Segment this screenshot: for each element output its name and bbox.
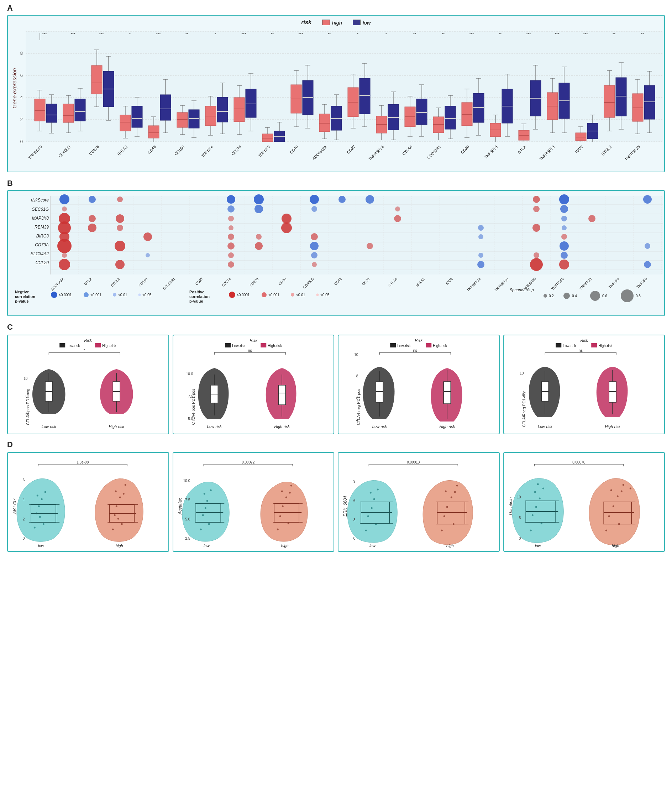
svg-text:2: 2	[23, 517, 25, 521]
svg-text:CD40LG: CD40LG	[58, 145, 72, 158]
svg-text:<0.0001: <0.0001	[237, 293, 250, 297]
svg-text:Gene expression: Gene expression	[11, 68, 18, 108]
svg-point-654	[441, 530, 443, 531]
svg-point-413	[477, 261, 484, 268]
svg-text:High-risk: High-risk	[605, 425, 621, 429]
svg-text:ns: ns	[413, 348, 417, 352]
panel-a: risk high low 0 2 4 6 8	[7, 15, 665, 172]
svg-rect-60	[132, 106, 142, 127]
svg-point-641	[370, 492, 371, 494]
violin-c1: Risk Low-risk High-risk *	[7, 335, 169, 434]
svg-text:CD28: CD28	[278, 277, 287, 286]
svg-text:BTNL2: BTNL2	[110, 277, 121, 287]
svg-rect-272	[616, 77, 627, 116]
panel-a-legend: risk high low	[11, 19, 661, 26]
svg-text:**: **	[271, 32, 274, 36]
svg-point-648	[446, 506, 448, 508]
svg-text:Low-risk: Low-risk	[397, 344, 411, 348]
svg-point-688	[621, 491, 622, 492]
svg-text:High-risk: High-risk	[433, 344, 447, 348]
svg-point-579	[116, 505, 117, 507]
svg-rect-34	[75, 99, 85, 121]
svg-text:CD70: CD70	[289, 145, 299, 154]
svg-rect-266	[604, 85, 615, 117]
svg-text:**: **	[641, 32, 644, 36]
svg-rect-494	[225, 343, 231, 347]
svg-point-580	[119, 497, 121, 499]
svg-text:High-risk: High-risk	[440, 425, 455, 429]
svg-point-444	[84, 292, 88, 297]
svg-text:0.2: 0.2	[549, 294, 554, 298]
svg-point-606	[208, 523, 210, 525]
svg-point-362	[117, 196, 123, 202]
svg-point-586	[112, 529, 114, 531]
violin-d1-svg: 1.8e-08	[8, 453, 168, 552]
svg-point-587	[125, 484, 126, 486]
svg-point-621	[290, 485, 292, 487]
svg-point-459	[317, 294, 319, 296]
svg-rect-67	[148, 125, 159, 138]
svg-text:High-risk: High-risk	[268, 344, 282, 348]
svg-rect-519	[426, 343, 431, 347]
svg-text:low: low	[370, 544, 376, 548]
svg-point-570	[43, 523, 45, 525]
svg-point-583	[117, 518, 119, 520]
svg-text:***: ***	[299, 32, 304, 36]
svg-point-639	[367, 515, 369, 517]
svg-text:9: 9	[354, 479, 355, 483]
svg-text:CD200R1: CD200R1	[426, 145, 442, 160]
svg-point-403	[146, 253, 150, 257]
svg-text:High-risk: High-risk	[274, 425, 290, 429]
svg-text:TNFRSF14: TNFRSF14	[466, 277, 482, 292]
panel-b: riskScore SEC61G MAP3K8 RBM39 BIRC3 CD79…	[7, 190, 665, 316]
svg-text:0: 0	[23, 537, 25, 540]
svg-text:High-risk: High-risk	[109, 425, 125, 429]
svg-text:10.0: 10.0	[186, 372, 193, 376]
svg-text:TNFSF9: TNFSF9	[636, 277, 648, 289]
panel-d-label: D	[7, 440, 13, 449]
svg-point-607	[203, 493, 205, 495]
svg-text:***: ***	[99, 32, 104, 36]
svg-point-359	[365, 195, 374, 204]
svg-point-401	[645, 243, 650, 249]
svg-text:CD27: CD27	[346, 145, 356, 154]
svg-text:0.00072: 0.00072	[242, 460, 255, 464]
svg-text:0.6: 0.6	[602, 294, 607, 298]
legend-low-label: low	[363, 19, 371, 26]
svg-text:CD276: CD276	[88, 145, 100, 156]
svg-point-412	[312, 262, 317, 267]
svg-text:<0.01: <0.01	[118, 293, 127, 297]
svg-text:10.0: 10.0	[183, 479, 190, 483]
svg-text:BTLA: BTLA	[517, 144, 527, 154]
svg-text:CTLA4-neg PD1-neg: CTLA4-neg PD1-neg	[522, 391, 526, 427]
svg-text:10: 10	[24, 376, 28, 381]
violin-c3-svg: Risk Low-risk High-risk ns 4	[339, 335, 499, 434]
svg-point-643	[365, 530, 367, 531]
svg-point-395	[115, 241, 125, 251]
svg-text:correlation: correlation	[189, 294, 210, 299]
svg-text:***: ***	[42, 32, 47, 36]
svg-point-616	[279, 515, 281, 517]
svg-point-642	[377, 489, 379, 491]
svg-text:CD40LG: CD40LG	[302, 277, 315, 289]
svg-text:*: *	[84, 348, 85, 352]
svg-point-370	[533, 206, 540, 212]
svg-point-415	[644, 261, 651, 268]
svg-text:High-risk: High-risk	[598, 344, 613, 348]
svg-text:2.5: 2.5	[185, 537, 190, 540]
svg-text:ns: ns	[579, 348, 583, 352]
svg-point-462	[543, 294, 547, 298]
violin-c4-svg: Risk Low-risk High-risk ns 6	[504, 335, 664, 434]
svg-text:p-value: p-value	[15, 299, 29, 303]
svg-text:Dasatinib: Dasatinib	[508, 497, 513, 515]
svg-text:CD200R1: CD200R1	[162, 277, 176, 291]
svg-point-402	[62, 253, 67, 258]
svg-text:low: low	[203, 544, 210, 548]
legend-title: risk	[301, 19, 311, 26]
svg-point-446	[113, 293, 116, 296]
svg-point-650	[444, 515, 445, 517]
svg-text:0.00076: 0.00076	[572, 460, 585, 464]
svg-point-376	[394, 215, 401, 222]
svg-rect-285	[644, 85, 655, 119]
svg-text:<0.05: <0.05	[142, 293, 152, 297]
